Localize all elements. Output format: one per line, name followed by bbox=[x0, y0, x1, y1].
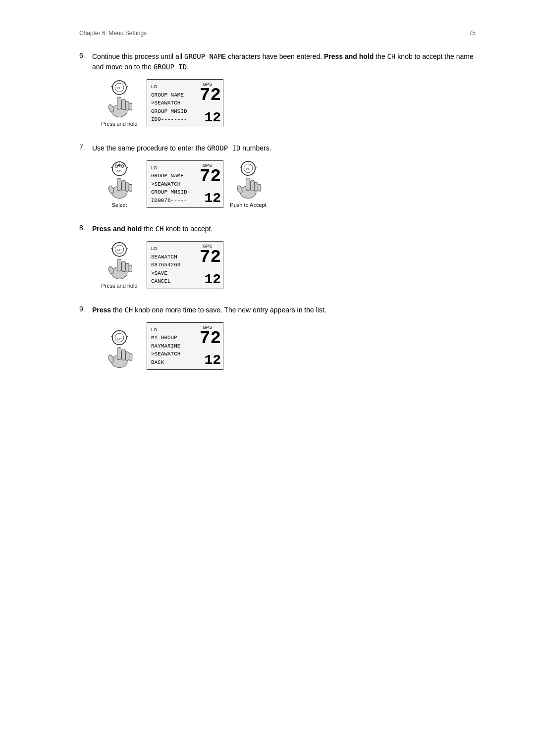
step-8-lcd-line-4: CANCEL bbox=[151, 277, 193, 286]
step-7: 7. Use the same procedure to enter the G… bbox=[79, 143, 476, 208]
step-9-text: Press the CH knob one more time to save.… bbox=[92, 305, 476, 315]
step-7-push-accept-label: Push to Accept bbox=[230, 202, 266, 208]
step-9-code-1: CH bbox=[124, 306, 133, 314]
step-9-content: Press the CH knob one more time to save.… bbox=[92, 305, 476, 370]
step-7-code-1: GROUP ID bbox=[207, 144, 240, 152]
step-6-content: Continue this process until all GROUP NA… bbox=[92, 51, 476, 127]
step-7-number: 7. bbox=[79, 143, 88, 208]
step-7-lcd-line-2: >SEAWATCH bbox=[151, 180, 193, 189]
page-header: Chapter 6: Menu Settings 75 bbox=[79, 30, 476, 37]
svg-line-34 bbox=[256, 167, 257, 167]
svg-point-16 bbox=[115, 165, 117, 167]
step-6-lcd-wrapper: LO GPS GROUP NAME >SEAWATCH GROUP MMSID … bbox=[147, 79, 223, 127]
step-7-left-knob: CH Select bbox=[97, 161, 142, 208]
step-6-lcd-big-top: 72 bbox=[200, 87, 221, 104]
step-6-lcd: LO GPS GROUP NAME >SEAWATCH GROUP MMSID … bbox=[147, 79, 223, 127]
step-7-lcd-line-3: GROUP MMSID bbox=[151, 188, 193, 197]
step-8: 8. Press and hold the CH knob to accept. bbox=[79, 224, 476, 289]
step-6-code-2: CH bbox=[387, 52, 396, 60]
svg-rect-42 bbox=[254, 182, 258, 191]
step-6-lcd-line-1: GROUP NAME bbox=[151, 91, 193, 100]
svg-rect-40 bbox=[246, 178, 250, 191]
svg-rect-28 bbox=[125, 183, 129, 192]
step-8-number: 8. bbox=[79, 224, 88, 289]
step-7-lcd-wrapper: LO GPS GROUP NAME >SEAWATCH GROUP MMSID … bbox=[147, 160, 223, 208]
svg-line-61 bbox=[124, 332, 125, 333]
step-9-lcd: LO GPS MY GROUP RAYMARINE >SEAWATCH BACK… bbox=[147, 322, 223, 370]
step-6-lcd-line-4: ID0-------- bbox=[151, 115, 193, 124]
step-9-lcd-big-top: 72 bbox=[200, 330, 221, 348]
svg-text:CH: CH bbox=[117, 248, 122, 252]
step-7-content: Use the same procedure to enter the GROU… bbox=[92, 143, 476, 208]
svg-line-63 bbox=[114, 332, 114, 333]
svg-rect-71 bbox=[129, 353, 132, 360]
step-6: 6. Continue this process until all GROUP… bbox=[79, 51, 476, 127]
chapter-label: Chapter 6: Menu Settings bbox=[79, 30, 147, 37]
step-6-code-1: GROUP NAME bbox=[184, 52, 226, 60]
svg-line-3 bbox=[124, 82, 125, 83]
step-9-lcd-line-2: RAYMARINE bbox=[151, 342, 193, 351]
step-8-content: Press and hold the CH knob to accept. bbox=[92, 224, 476, 289]
step-7-right-knob-col: CH Push to Accept bbox=[228, 160, 268, 208]
svg-rect-26 bbox=[117, 178, 121, 191]
step-7-lcd-big-top: 72 bbox=[200, 168, 221, 186]
page-number: 75 bbox=[469, 30, 476, 37]
step-6-lcd-big-bot: 12 bbox=[204, 111, 221, 125]
svg-rect-10 bbox=[117, 97, 121, 109]
svg-text:CH: CH bbox=[117, 169, 122, 172]
step-9-knob-hand: CH bbox=[97, 322, 142, 369]
step-7-lcd-line-4: ID0876----- bbox=[151, 197, 193, 205]
step-6-knob-label: Press and hold bbox=[101, 121, 137, 127]
step-6-knob-hand: CH bbox=[97, 80, 142, 127]
step-9-number: 9. bbox=[79, 305, 88, 370]
svg-rect-54 bbox=[117, 259, 121, 271]
step-9-lcd-line-4: BACK bbox=[151, 358, 193, 367]
step-9: 9. Press the CH knob one more time to sa… bbox=[79, 305, 476, 370]
svg-line-20 bbox=[127, 167, 128, 168]
step-6-text: Continue this process until all GROUP NA… bbox=[92, 51, 476, 72]
svg-line-64 bbox=[111, 337, 112, 337]
svg-line-47 bbox=[124, 244, 125, 245]
step-9-hand-svg: CH bbox=[100, 330, 139, 369]
page: Chapter 6: Menu Settings 75 6. Continue … bbox=[0, 0, 535, 415]
step-7-select-label: Select bbox=[112, 202, 127, 208]
step-7-left-svg: CH bbox=[100, 161, 139, 200]
step-8-hand-svg: CH bbox=[100, 242, 139, 281]
step-8-lcd-line-1: SEAWATCH bbox=[151, 253, 193, 261]
svg-line-36 bbox=[240, 167, 241, 167]
svg-rect-57 bbox=[129, 265, 132, 272]
svg-rect-11 bbox=[121, 99, 125, 109]
svg-text:CH: CH bbox=[117, 86, 122, 90]
step-8-knob-label: Press and hold bbox=[101, 283, 137, 289]
svg-point-17 bbox=[121, 165, 124, 167]
step-6-lcd-line-2: >SEAWATCH bbox=[151, 99, 193, 107]
svg-rect-68 bbox=[117, 348, 121, 360]
svg-rect-29 bbox=[129, 184, 132, 191]
svg-rect-41 bbox=[250, 180, 254, 191]
svg-rect-70 bbox=[125, 352, 129, 361]
step-9-bold-1: Press bbox=[92, 306, 111, 314]
svg-rect-12 bbox=[125, 101, 129, 110]
steps-container: 6. Continue this process until all GROUP… bbox=[79, 51, 476, 370]
svg-line-22 bbox=[111, 167, 112, 168]
step-6-code-3: GROUP ID bbox=[154, 63, 187, 71]
step-9-lcd-line-1: MY GROUP bbox=[151, 334, 193, 342]
step-8-code-1: CH bbox=[156, 225, 164, 233]
svg-line-5 bbox=[114, 82, 114, 83]
step-8-lcd-line-2: 087654263 bbox=[151, 261, 193, 269]
step-6-lcd-line-3: GROUP MMSID bbox=[151, 107, 193, 116]
svg-line-6 bbox=[111, 86, 112, 87]
step-8-lcd-big-bot: 12 bbox=[204, 273, 221, 287]
step-7-right-svg: CH bbox=[228, 160, 268, 200]
svg-rect-13 bbox=[129, 103, 132, 110]
svg-rect-43 bbox=[258, 184, 261, 191]
svg-rect-55 bbox=[121, 261, 125, 271]
svg-line-49 bbox=[114, 244, 114, 245]
step-9-illustration: CH bbox=[97, 322, 476, 370]
step-8-lcd: LO GPS SEAWATCH 087654263 >SAVE CANCEL 7… bbox=[147, 241, 223, 289]
step-8-lcd-wrapper: LO GPS SEAWATCH 087654263 >SAVE CANCEL 7… bbox=[147, 241, 223, 289]
step-7-illustration: CH Select bbox=[97, 160, 476, 208]
svg-rect-69 bbox=[121, 350, 125, 360]
step-8-illustration: CH Press and hold bbox=[97, 241, 476, 289]
svg-line-48 bbox=[127, 248, 128, 249]
